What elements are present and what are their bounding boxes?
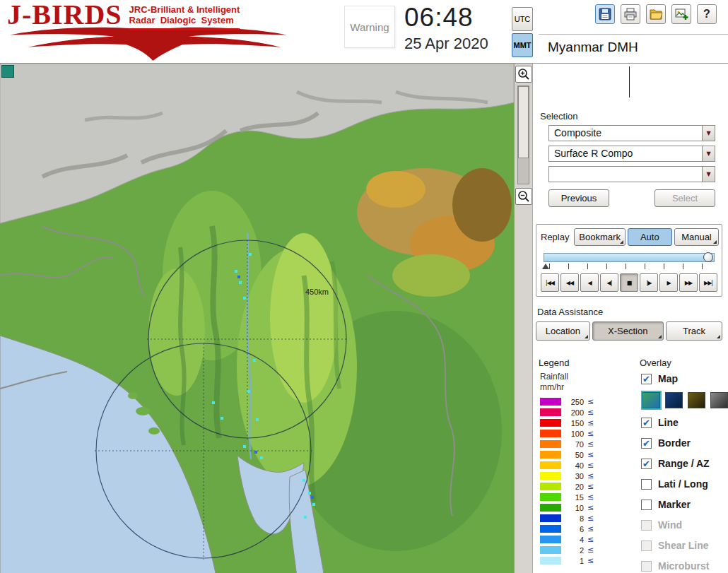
- legend-value: 8: [565, 514, 584, 523]
- bookmark-button[interactable]: Bookmark: [574, 228, 625, 246]
- play-reverse-button[interactable]: ◀: [580, 273, 599, 292]
- legend-unit: mm/hr: [540, 382, 635, 392]
- overlay-item-label: Line: [658, 417, 679, 428]
- replay-group: Replay Bookmark Auto Manual |◀◀ ◀◀ ◀ ◀| …: [536, 224, 722, 297]
- selection-dropdown-3[interactable]: ▼: [548, 166, 715, 182]
- chevron-down-icon[interactable]: ▼: [702, 146, 715, 161]
- stop-button[interactable]: ■: [620, 273, 638, 292]
- capture-image-button[interactable]: [671, 4, 691, 24]
- checkbox[interactable]: ✔: [641, 438, 652, 449]
- selection-dropdowns: Composite ▼ Surface R Compo ▼ ▼: [548, 125, 715, 182]
- fast-forward-button[interactable]: ▶▶: [679, 273, 698, 292]
- legend-row: 70≤: [537, 439, 635, 449]
- select-button[interactable]: Select: [654, 189, 715, 207]
- legend-operator: ≤: [587, 492, 594, 502]
- open-folder-button[interactable]: [646, 4, 666, 24]
- dropdown-value: Composite: [549, 126, 702, 141]
- legend-value: 40: [565, 461, 584, 470]
- legend-value: 250: [565, 398, 584, 406]
- print-button[interactable]: [621, 4, 640, 24]
- x-section-button[interactable]: X-Section: [592, 321, 664, 341]
- save-button[interactable]: [595, 4, 615, 24]
- timeline-slider[interactable]: [544, 253, 715, 262]
- legend-row: 40≤: [537, 460, 635, 471]
- legend-value: 20: [565, 483, 584, 491]
- overlay-item-label: Lati / Long: [658, 478, 708, 490]
- legend-row: 50≤: [537, 449, 635, 460]
- skip-to-start-button[interactable]: |◀◀: [541, 273, 559, 292]
- step-forward-button[interactable]: |▶: [640, 273, 658, 292]
- overlay-item-map[interactable]: ✔ Map: [641, 372, 728, 386]
- clock-date: 25 Apr 2020: [404, 35, 488, 53]
- checkbox[interactable]: ✔: [641, 459, 652, 469]
- data-assistance-label: Data Assistance: [537, 307, 728, 317]
- legend-color-swatch: [540, 483, 561, 490]
- selection-dropdown-1[interactable]: Composite ▼: [548, 125, 715, 141]
- zoom-scrollbar-thumb[interactable]: [518, 86, 529, 158]
- checkbox[interactable]: [641, 500, 652, 510]
- warning-button[interactable]: Warning: [344, 6, 395, 48]
- checkbox[interactable]: ✔: [641, 418, 652, 428]
- overlay-item-line[interactable]: ✔Line: [641, 415, 728, 430]
- legend-row: 100≤: [537, 428, 635, 439]
- data-assistance-buttons: Location X-Section Track: [536, 321, 722, 341]
- mmt-button[interactable]: MMT: [512, 33, 533, 57]
- location-button[interactable]: Location: [536, 321, 590, 341]
- logo: J-BIRDS JRC-Brilliant & Intelligent Rada…: [7, 1, 304, 62]
- fast-rewind-button[interactable]: ◀◀: [560, 273, 579, 292]
- info-area: [533, 64, 728, 102]
- overlay-title: Overlay: [640, 358, 728, 368]
- legend-title: Legend: [539, 358, 635, 368]
- timeline-slider-thumb[interactable]: [703, 252, 713, 262]
- header-separator: [539, 34, 728, 35]
- zoom-out-button[interactable]: [515, 188, 532, 205]
- text-caret: [629, 66, 630, 98]
- track-button[interactable]: Track: [666, 321, 722, 341]
- radar-map[interactable]: 450km: [0, 64, 514, 573]
- step-back-button[interactable]: ◀|: [600, 273, 618, 292]
- legend-color-swatch: [540, 430, 561, 437]
- legend-value: 100: [565, 430, 584, 438]
- map-style-navy-icon[interactable]: [665, 392, 683, 408]
- overlay-item-lati-long[interactable]: Lati / Long: [641, 477, 728, 491]
- app-subtitle: JRC-Brilliant & Intelligent Radar Dialog…: [129, 5, 240, 30]
- legend-operator: ≤: [587, 524, 594, 533]
- legend-row: 4≤: [537, 534, 635, 545]
- overlay-item-label: Shear Line: [658, 540, 709, 551]
- legend-operator: ≤: [587, 450, 594, 459]
- overlay-item-label: Wind: [658, 519, 682, 531]
- map-style-terrain-icon[interactable]: [642, 392, 660, 408]
- map-corner-button[interactable]: [1, 65, 14, 78]
- overlay-item-marker[interactable]: Marker: [641, 497, 728, 512]
- map-style-gray-icon[interactable]: [710, 392, 728, 408]
- legend-value: 2: [565, 546, 584, 555]
- checkbox[interactable]: ✔: [641, 374, 652, 384]
- play-button[interactable]: ▶: [659, 273, 678, 292]
- print-icon: [623, 7, 638, 21]
- manual-button[interactable]: Manual: [674, 228, 719, 246]
- selection-dropdown-2[interactable]: Surface R Compo ▼: [548, 146, 715, 162]
- overlay-panel: Overlay ✔ Map ✔Line✔Border✔Range / AZLat…: [635, 349, 728, 573]
- legend-operator: ≤: [587, 545, 594, 555]
- legend-color-swatch: [540, 451, 561, 459]
- map-viewport[interactable]: 450km: [0, 64, 532, 573]
- overlay-item-label: Border: [658, 437, 691, 449]
- chevron-down-icon[interactable]: ▼: [702, 167, 715, 182]
- zoom-in-button[interactable]: [515, 66, 532, 83]
- overlay-item-label: Range / AZ: [658, 458, 710, 469]
- auto-button[interactable]: Auto: [628, 228, 672, 246]
- map-style-olive-icon[interactable]: [688, 392, 705, 408]
- replay-label: Replay: [541, 232, 569, 242]
- help-button[interactable]: ?: [697, 4, 717, 24]
- legend-color-swatch: [540, 557, 561, 565]
- chevron-down-icon[interactable]: ▼: [702, 126, 715, 141]
- zoom-scrollbar[interactable]: [517, 85, 529, 184]
- overlay-item-range-az[interactable]: ✔Range / AZ: [641, 456, 728, 471]
- legend-color-swatch: [540, 419, 561, 427]
- overlay-item-border[interactable]: ✔Border: [641, 436, 728, 450]
- checkbox[interactable]: [641, 479, 652, 490]
- previous-button[interactable]: Previous: [548, 189, 609, 207]
- skip-to-end-button[interactable]: ▶▶|: [699, 273, 717, 292]
- utc-button[interactable]: UTC: [512, 7, 533, 31]
- legend-operator: ≤: [587, 471, 594, 480]
